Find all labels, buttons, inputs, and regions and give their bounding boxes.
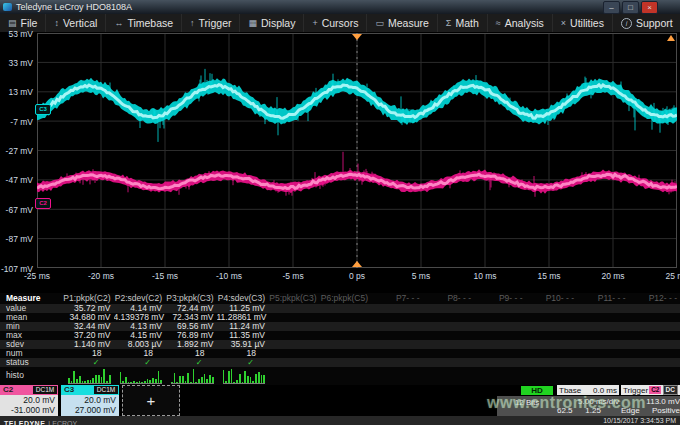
menu-item-cursors[interactable]: +Cursors: [304, 14, 367, 32]
file-icon: ▤: [8, 18, 17, 28]
trigger-descriptor[interactable]: Trigger C2 DC: [621, 385, 680, 395]
measure-column-p2[interactable]: P2:sdev(C2): [114, 293, 166, 304]
minimize-button[interactable]: –: [603, 1, 620, 14]
measure-mean-cell: 72.343 mV: [165, 313, 217, 322]
histogram-p1: [68, 368, 111, 384]
channel-vdiv: 20.0 mV: [61, 395, 116, 405]
measure-mean-cell: 4.139378 mV: [114, 313, 166, 322]
histogram-p2: [120, 368, 163, 384]
measure-sdev-cell: [371, 340, 423, 349]
measure-status-cell: ✓: [165, 358, 217, 367]
measure-column-p9[interactable]: P9- - -: [474, 293, 526, 304]
x-axis-label: 25 ms: [655, 271, 680, 281]
menu-item-math[interactable]: ΣMath: [438, 14, 488, 32]
channel-header: C3DC1M: [61, 385, 119, 395]
measure-mean-cell: [268, 313, 320, 322]
channel-header: C2DC1M: [0, 385, 58, 395]
measure-num-cell: 18: [217, 349, 269, 358]
measure-status-cell: ✓: [217, 358, 269, 367]
measure-status-cell: [526, 358, 578, 367]
measure-min-cell: [577, 322, 629, 331]
measure-max-cell: [629, 331, 680, 340]
x-axis-label: -15 ms: [143, 271, 187, 281]
measure-max-cell: [577, 331, 629, 340]
histogram-p4: [223, 368, 266, 384]
measure-num-cell: [629, 349, 680, 358]
display-icon: ▦: [248, 18, 257, 28]
graticule: C3C2: [37, 33, 677, 268]
channel-level-marker-c2[interactable]: C2: [35, 198, 51, 209]
menu-item-vertical[interactable]: ↕Vertical: [46, 14, 106, 32]
measure-column-p7[interactable]: P7- - -: [371, 293, 423, 304]
measure-num-cell: [320, 349, 372, 358]
measure-value-cell: 35.72 mV: [62, 304, 114, 313]
cursors-icon: +: [312, 18, 317, 28]
trigger-arrow-icon: ↑: [190, 18, 195, 28]
trigger-level-indicator[interactable]: [667, 35, 675, 41]
measure-column-p11[interactable]: P11- - -: [577, 293, 629, 304]
measure-sdev-cell: [629, 340, 680, 349]
x-axis-label: -20 ms: [79, 271, 123, 281]
y-axis-label: -27 mV: [0, 146, 33, 156]
menu-item-label: File: [21, 17, 38, 29]
menu-item-trigger[interactable]: ↑Trigger: [182, 14, 240, 32]
adc-bits-label: 12 Bits: [499, 398, 555, 407]
menu-item-label: Timebase: [127, 17, 173, 29]
measure-column-p1[interactable]: P1:pkpk(C2): [62, 293, 114, 304]
measure-max-cell: 4.15 mV: [114, 331, 166, 340]
measure-sdev-cell: [320, 340, 372, 349]
measure-column-p6[interactable]: P6:pkpk(C5): [320, 293, 372, 304]
menu-item-support[interactable]: iSupport: [613, 14, 680, 32]
menu-item-timebase[interactable]: ↔Timebase: [106, 14, 182, 32]
channel-level-marker-c3[interactable]: C3: [35, 104, 51, 115]
menu-bar: ▤File↕Vertical↔Timebase↑Trigger▦Display+…: [0, 14, 680, 33]
trigger-type: Edge: [621, 406, 640, 415]
measure-row-label: mean: [0, 313, 62, 322]
maximize-button[interactable]: □: [622, 1, 639, 14]
measure-value-cell: [577, 304, 629, 313]
y-axis-label: -87 mV: [0, 234, 33, 244]
measure-column-p4[interactable]: P4:sdev(C3): [217, 293, 269, 304]
measure-icon: ▭: [375, 18, 384, 28]
measure-num-cell: [577, 349, 629, 358]
measure-histo-cell: [114, 367, 166, 384]
measure-mean-cell: [629, 313, 680, 322]
measure-column-p8[interactable]: P8- - -: [423, 293, 475, 304]
tbase-position: 0.0 ms: [593, 386, 617, 395]
measure-max-cell: [526, 331, 578, 340]
measure-sdev-cell: 8.003 µV: [114, 340, 166, 349]
menu-item-utilities[interactable]: ×Utilities: [553, 14, 613, 32]
measure-histo-cell: [320, 367, 372, 384]
menu-item-label: Cursors: [322, 17, 359, 29]
add-channel-button[interactable]: +: [122, 385, 180, 416]
measure-mean-cell: [423, 313, 475, 322]
measure-min-cell: [268, 322, 320, 331]
measure-min-cell: 11.24 mV: [217, 322, 269, 331]
close-button[interactable]: ×: [641, 1, 658, 14]
timebase-descriptor[interactable]: Tbase 0.0 ms: [557, 385, 619, 395]
measure-column-p10[interactable]: P10- - -: [526, 293, 578, 304]
measure-histo-cell: [217, 367, 269, 384]
measure-status-cell: ✓: [62, 358, 114, 367]
measure-mean-cell: [320, 313, 372, 322]
menu-item-analysis[interactable]: ≈Analysis: [488, 14, 553, 32]
measure-sdev-cell: 1.892 mV: [165, 340, 217, 349]
menu-item-measure[interactable]: ▭Measure: [367, 14, 437, 32]
measure-row-label: sdev: [0, 340, 62, 349]
trigger-label: Trigger: [623, 386, 648, 395]
measure-max-cell: 37.20 mV: [62, 331, 114, 340]
measure-column-p3[interactable]: P3:pkpk(C3): [165, 293, 217, 304]
measure-num-cell: 18: [114, 349, 166, 358]
measure-min-cell: 4.13 mV: [114, 322, 166, 331]
measure-column-p5[interactable]: P5:pkpk(C3): [268, 293, 320, 304]
tbase-scale: 5.00 ms/div: [557, 397, 619, 406]
measure-column-p12[interactable]: P12- - -: [629, 293, 680, 304]
menu-item-display[interactable]: ▦Display: [240, 14, 304, 32]
tbase-label: Tbase: [559, 386, 581, 395]
hd-mode-badge: HD: [521, 386, 553, 395]
waveform-display-area: 53 mV33 mV13 mV-7 mV-27 mV-47 mV-67 mV-8…: [0, 32, 680, 293]
x-axis-label: 5 ms: [399, 271, 443, 281]
measure-max-cell: [371, 331, 423, 340]
y-axis-label: -67 mV: [0, 205, 33, 215]
measure-row-label: min: [0, 322, 62, 331]
